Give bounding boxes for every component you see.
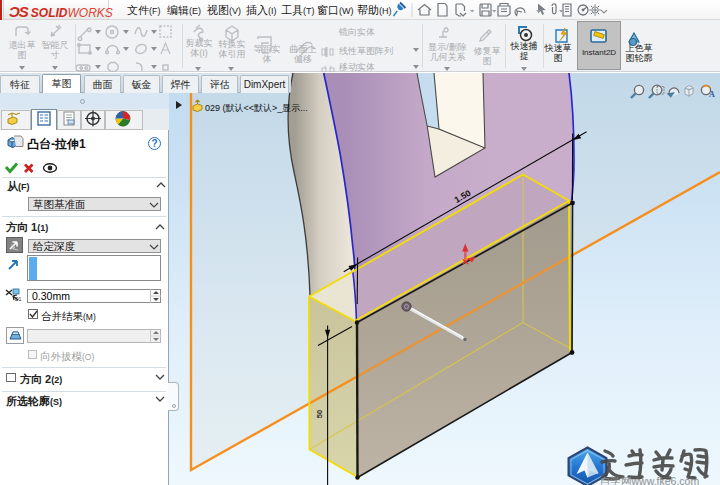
- svg-text:A: A: [709, 90, 715, 99]
- svg-text:029 (默认<<默认>_显示...: 029 (默认<<默认>_显示...: [205, 103, 308, 113]
- svg-text:50: 50: [315, 410, 324, 418]
- svg-text:自学网www.fke6.com: 自学网www.fke6.com: [600, 475, 699, 485]
- svg-text:D1: D1: [15, 296, 22, 302]
